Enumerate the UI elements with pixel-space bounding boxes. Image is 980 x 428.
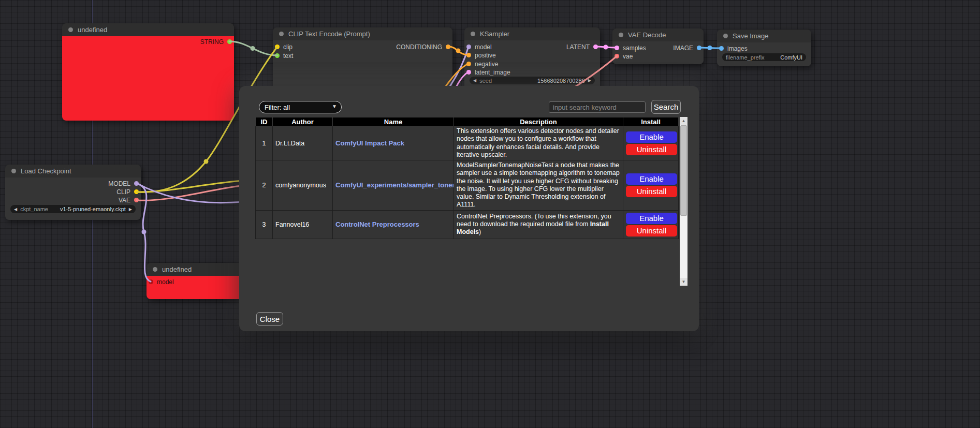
node-title-bar[interactable]: undefined <box>62 23 234 36</box>
output-port-string[interactable] <box>227 39 232 44</box>
scroll-up-icon[interactable]: ▲ <box>680 117 688 125</box>
cell-id: 1 <box>256 126 273 160</box>
output-port-clip[interactable] <box>134 189 139 194</box>
extensions-table: IDAuthorNameDescriptionInstall 1 Dr.Lt.D… <box>255 117 679 239</box>
enable-button[interactable]: Enable <box>626 131 677 143</box>
node-title-bar[interactable]: Load Checkpoint <box>5 165 141 178</box>
wire-string-to-text <box>229 41 277 55</box>
input-label-negative: negative <box>475 61 498 68</box>
input-port-vae[interactable] <box>615 54 619 58</box>
search-button[interactable]: Search <box>651 100 681 114</box>
ckpt-name-widget[interactable]: ◀ ckpt_name v1-5-pruned-emaonly.ckpt ▶ <box>10 205 136 213</box>
input-port-text[interactable] <box>275 53 280 58</box>
cell-install: Enable Uninstall <box>623 126 679 160</box>
node-title: Load Checkpoint <box>21 167 71 175</box>
node-save-image[interactable]: Save Image images filename_prefix ComfyU… <box>717 29 811 66</box>
output-label-model: MODEL <box>108 180 130 187</box>
widget-value: ComfyUI <box>780 54 802 61</box>
node-status-dot-icon <box>723 34 728 38</box>
cell-author: comfyanonymous <box>273 160 333 211</box>
uninstall-button[interactable]: Uninstall <box>626 186 677 197</box>
cell-id: 3 <box>256 210 273 239</box>
uninstall-button[interactable]: Uninstall <box>626 225 677 237</box>
input-port-clip[interactable] <box>275 45 280 49</box>
extension-link[interactable]: ControlNet Preprocessors <box>335 220 419 228</box>
node-title: undefined <box>162 265 192 273</box>
decrement-arrow-icon[interactable]: ◀ <box>473 77 476 84</box>
link-dot <box>708 46 712 50</box>
node-title: VAE Decode <box>628 31 666 39</box>
enable-button[interactable]: Enable <box>626 173 677 185</box>
input-label-samples: samples <box>623 45 646 52</box>
output-port-vae[interactable] <box>134 198 139 202</box>
input-label-clip: clip <box>283 43 292 51</box>
link-dot <box>604 45 608 50</box>
search-input[interactable] <box>549 101 646 113</box>
scroll-down-icon[interactable]: ▼ <box>680 278 688 286</box>
input-port-samples[interactable] <box>615 46 619 50</box>
output-label-latent: LATENT <box>566 43 590 51</box>
output-label-clip: CLIP <box>116 188 130 196</box>
output-port-latent[interactable] <box>593 45 598 49</box>
input-port-model[interactable] <box>466 45 471 49</box>
extensions-table-body: 1 Dr.Lt.Data ComfyUI Impact Pack This ex… <box>256 126 679 239</box>
node-title-bar[interactable]: KSampler <box>464 27 600 40</box>
input-port-positive[interactable] <box>466 53 471 57</box>
table-scrollbar[interactable]: ▲ ▼ <box>680 117 688 286</box>
input-label-latent-image: latent_image <box>475 69 510 76</box>
filter-select[interactable]: Filter: all <box>259 101 342 113</box>
link-dot <box>251 46 255 51</box>
node-status-dot-icon <box>11 169 16 173</box>
cell-author: Fannovel16 <box>273 210 333 239</box>
node-status-dot-icon <box>619 33 623 37</box>
node-title-bar[interactable]: CLIP Text Encode (Prompt) <box>273 27 452 40</box>
increment-arrow-icon[interactable]: ▶ <box>588 77 591 84</box>
node-title: Save Image <box>733 32 768 40</box>
input-label-text: text <box>283 52 293 60</box>
custom-nodes-manager-dialog: Filter: all ▼ Search IDAuthorNameDescrip… <box>239 86 699 331</box>
seed-widget[interactable]: ◀ seed 156680208700286 ▶ <box>470 77 595 84</box>
scrollbar-thumb[interactable] <box>680 125 687 216</box>
input-label-model: model <box>157 278 174 286</box>
enable-button[interactable]: Enable <box>626 213 677 224</box>
uninstall-button[interactable]: Uninstall <box>626 144 677 155</box>
link-dot <box>142 230 147 234</box>
widget-name: seed <box>479 78 492 84</box>
node-title-bar[interactable]: VAE Decode <box>612 28 704 41</box>
increment-arrow-icon[interactable]: ▶ <box>129 205 132 213</box>
input-label-positive: positive <box>475 52 496 59</box>
column-header-id: ID <box>256 117 273 126</box>
node-vae-decode[interactable]: VAE Decode samples vae IMAGE <box>612 28 704 64</box>
input-label-vae: vae <box>623 53 633 60</box>
node-graph-canvas[interactable]: undefined STRING CLIP Text Encode (Promp… <box>0 0 980 428</box>
output-label-string: STRING <box>200 38 224 46</box>
extension-link[interactable]: ComfyUI Impact Pack <box>335 139 404 147</box>
filename-prefix-widget[interactable]: filename_prefix ComfyUI <box>722 53 806 61</box>
node-title: KSampler <box>480 30 509 38</box>
output-port-image[interactable] <box>697 46 701 50</box>
filter-select-wrap: Filter: all ▼ <box>259 101 342 113</box>
node-title-bar[interactable]: Save Image <box>717 29 811 42</box>
column-header-description: Description <box>454 117 623 126</box>
extension-link[interactable]: ComfyUI_experiments/sampler_tonemap <box>335 181 454 189</box>
output-port-conditioning[interactable] <box>446 45 450 49</box>
input-port-images[interactable] <box>719 46 724 51</box>
input-label-model: model <box>475 43 492 51</box>
node-title-bar[interactable]: undefined <box>147 263 242 276</box>
input-port-model[interactable] <box>149 279 153 284</box>
node-load-checkpoint[interactable]: Load Checkpoint MODEL CLIP VAE ◀ ckpt_na… <box>5 165 141 220</box>
cell-author: Dr.Lt.Data <box>273 126 333 160</box>
node-undefined-top[interactable]: undefined STRING <box>62 23 234 121</box>
extension-row: 1 Dr.Lt.Data ComfyUI Impact Pack This ex… <box>256 126 679 160</box>
link-dot <box>456 49 461 53</box>
node-status-dot-icon <box>279 32 284 36</box>
cell-id: 2 <box>256 160 273 211</box>
extension-row: 2 comfyanonymous ComfyUI_experiments/sam… <box>256 160 679 211</box>
input-port-negative[interactable] <box>466 62 471 66</box>
output-port-model[interactable] <box>134 181 139 186</box>
decrement-arrow-icon[interactable]: ◀ <box>14 205 17 213</box>
node-title: undefined <box>78 26 107 34</box>
close-button[interactable]: Close <box>256 312 283 326</box>
input-port-latent-image[interactable] <box>466 70 471 75</box>
node-undefined-bottom[interactable]: undefined model <box>147 263 242 299</box>
